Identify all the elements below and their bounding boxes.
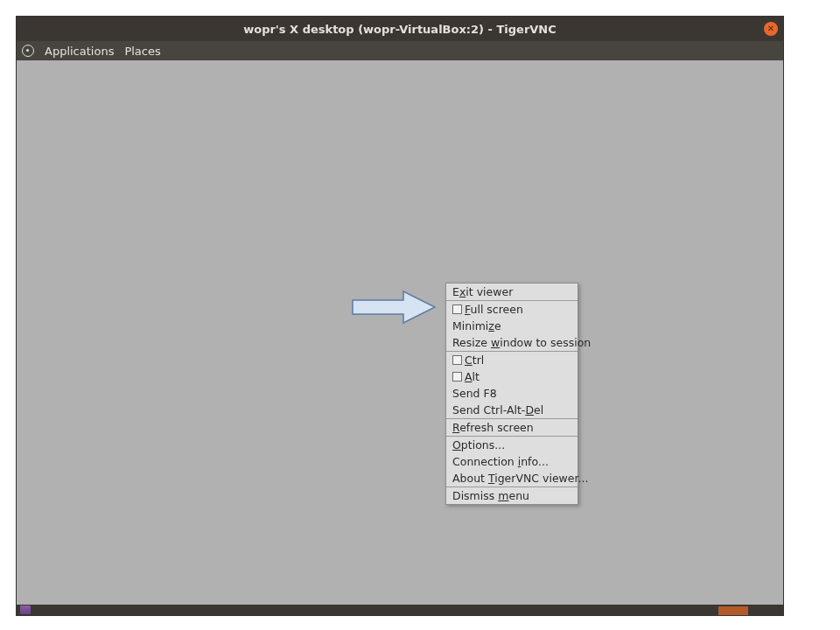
- menu-label: Exit viewer: [452, 285, 513, 298]
- menu-resize-window[interactable]: Resize window to session: [446, 334, 578, 351]
- menu-label: Ctrl: [465, 354, 484, 367]
- vnc-viewer-window: wopr's X desktop (wopr-VirtualBox:2) - T…: [16, 16, 784, 616]
- menu-exit-viewer[interactable]: Exit viewer: [446, 284, 578, 300]
- menu-label: Dismiss menu: [452, 489, 529, 502]
- menu-label: About TigerVNC viewer...: [452, 472, 588, 485]
- window-titlebar[interactable]: wopr's X desktop (wopr-VirtualBox:2) - T…: [17, 17, 783, 41]
- menu-ctrl-toggle[interactable]: Ctrl: [446, 352, 578, 368]
- window-close-button[interactable]: ✕: [764, 22, 778, 36]
- close-icon: ✕: [767, 24, 774, 33]
- menu-applications[interactable]: Applications: [45, 45, 114, 58]
- checkbox-icon: [452, 304, 462, 314]
- menu-about[interactable]: About TigerVNC viewer...: [446, 470, 578, 486]
- desktop-taskbar[interactable]: [17, 605, 783, 615]
- menu-send-ctrl-alt-del[interactable]: Send Ctrl-Alt-Del: [446, 402, 578, 418]
- menu-label: Refresh screen: [452, 421, 534, 434]
- menu-label: Full screen: [465, 303, 523, 316]
- menu-label: Resize window to session: [452, 336, 591, 349]
- menu-options[interactable]: Options...: [446, 437, 578, 453]
- menu-places[interactable]: Places: [124, 45, 160, 58]
- checkbox-icon: [452, 355, 462, 365]
- ubuntu-logo-icon[interactable]: [22, 45, 34, 57]
- menu-send-f8[interactable]: Send F8: [446, 385, 578, 402]
- menu-label: Alt: [465, 370, 480, 383]
- menu-label: Send Ctrl-Alt-Del: [452, 403, 543, 416]
- menu-label: Options...: [452, 438, 505, 452]
- arrow-shape: [353, 291, 435, 323]
- vnc-context-menu: Exit viewer Full screen Minimize Resize …: [445, 283, 578, 505]
- arrow-annotation-icon: [351, 290, 438, 325]
- menu-refresh-screen[interactable]: Refresh screen: [446, 419, 578, 436]
- remote-desktop-area[interactable]: Exit viewer Full screen Minimize Resize …: [17, 60, 783, 605]
- taskbar-app-icon[interactable]: [20, 606, 31, 614]
- menu-alt-toggle[interactable]: Alt: [446, 368, 578, 385]
- menu-dismiss[interactable]: Dismiss menu: [446, 487, 578, 504]
- menu-full-screen[interactable]: Full screen: [446, 301, 578, 318]
- checkbox-icon: [452, 372, 462, 382]
- menu-label: Send F8: [452, 387, 497, 400]
- taskbar-indicator[interactable]: [718, 606, 748, 615]
- menu-minimize[interactable]: Minimize: [446, 318, 578, 334]
- menu-label: Minimize: [452, 319, 501, 332]
- desktop-menubar: Applications Places: [17, 41, 783, 60]
- menu-connection-info[interactable]: Connection info...: [446, 453, 578, 470]
- window-title: wopr's X desktop (wopr-VirtualBox:2) - T…: [243, 23, 556, 36]
- menu-label: Connection info...: [452, 455, 549, 468]
